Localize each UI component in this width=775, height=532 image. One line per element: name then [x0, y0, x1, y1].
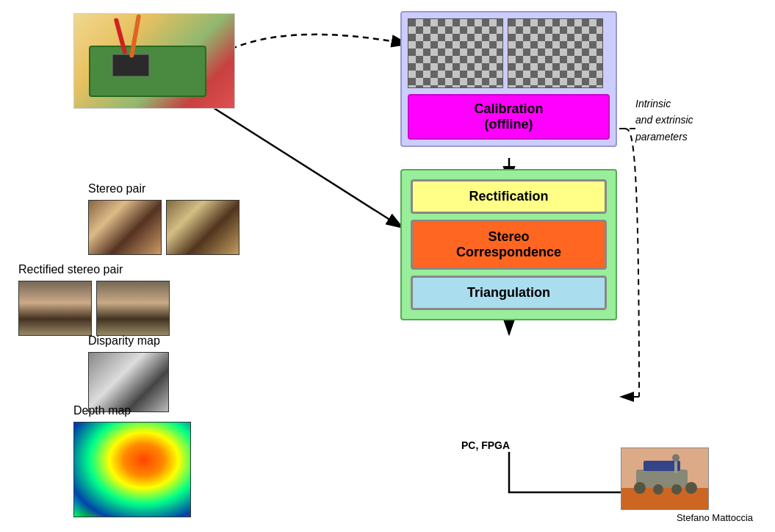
- depth-section: Depth map: [73, 404, 191, 517]
- triangulation-label: Triangulation: [467, 285, 550, 300]
- disparity-image: [88, 352, 169, 412]
- pcb-board: [89, 46, 206, 97]
- rover-image: [621, 447, 709, 510]
- calib-image-right: [508, 18, 603, 88]
- intrinsic-line1: Intrinsic: [635, 96, 693, 112]
- pc-fpga-label: PC, FPGA: [461, 439, 510, 451]
- calibration-area: Calibration(offline): [400, 11, 617, 147]
- stereo-label: StereoCorrespondence: [456, 229, 561, 259]
- depth-overlay: [74, 423, 190, 517]
- stereo-pair-label: Stereo pair: [88, 182, 239, 195]
- rectification-step: Rectification: [411, 179, 607, 214]
- svg-point-13: [671, 484, 682, 495]
- rectification-label: Rectification: [469, 189, 548, 204]
- hardware-image: [73, 13, 235, 109]
- calibration-images: [408, 18, 610, 88]
- checkerboard-right: [508, 19, 602, 87]
- rectified-section: Rectified stereo pair: [18, 263, 170, 336]
- intrinsic-line3: parameters: [635, 129, 693, 145]
- rover-svg: [621, 447, 708, 510]
- attribution-label: Stefano Mattoccia: [677, 512, 753, 523]
- svg-point-12: [653, 484, 663, 495]
- checkerboard-left: [408, 19, 502, 87]
- pc-fpga-text: PC, FPGA: [461, 439, 510, 451]
- diagram-container: Calibration(offline) Intrinsic and extri…: [0, 0, 775, 532]
- pipeline-box: Rectification StereoCorrespondence Trian…: [400, 169, 617, 320]
- calibration-label: Calibration(offline): [474, 101, 543, 132]
- svg-point-17: [672, 454, 680, 461]
- disparity-label: Disparity map: [88, 334, 169, 348]
- stereo-pair-images: [88, 200, 239, 255]
- stereo-right-image: [166, 200, 239, 255]
- stereo-left-image: [88, 200, 162, 255]
- svg-point-14: [685, 482, 697, 494]
- rectified-label: Rectified stereo pair: [18, 263, 170, 276]
- intrinsic-text: Intrinsic and extrinsic parameters: [635, 96, 693, 145]
- rectified-pair-images: [18, 281, 170, 336]
- depth-image: [73, 422, 191, 517]
- rectified-right-image: [96, 281, 170, 336]
- depth-label: Depth map: [73, 404, 191, 417]
- stereo-correspondence-step: StereoCorrespondence: [411, 220, 607, 270]
- intrinsic-line2: and extrinsic: [635, 112, 693, 128]
- attribution: Stefano Mattoccia: [677, 512, 753, 523]
- calibration-box: Calibration(offline): [408, 94, 610, 140]
- svg-point-11: [634, 482, 646, 494]
- disparity-section: Disparity map: [88, 334, 169, 412]
- calib-image-left: [408, 18, 503, 88]
- triangulation-step: Triangulation: [411, 276, 607, 310]
- stereo-pair-section: Stereo pair: [88, 182, 239, 255]
- rectified-left-image: [18, 281, 92, 336]
